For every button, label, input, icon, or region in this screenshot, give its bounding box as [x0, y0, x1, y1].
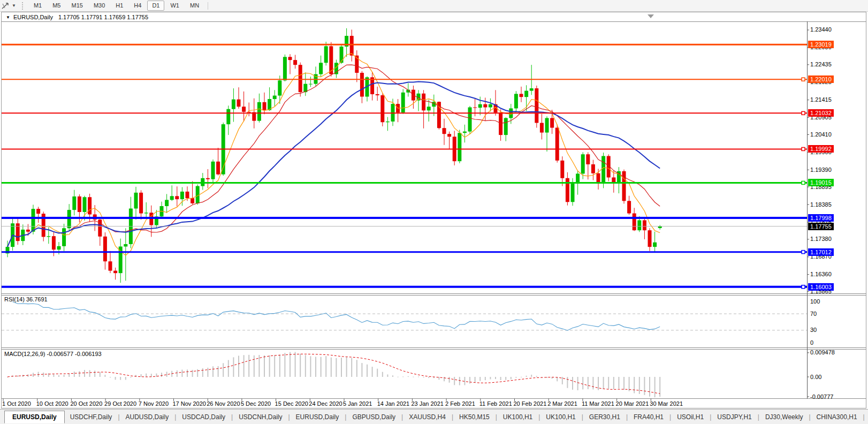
tab-eurusd-daily[interactable]: EURUSD,Daily [4, 411, 65, 423]
date-label-7: 26 Nov 2020 [207, 400, 240, 407]
date-label-19: 20 Mar 2021 [616, 400, 649, 407]
macd-tick-0.00: 0.00 [810, 374, 821, 380]
date-label-3: 20 Oct 2020 [70, 400, 102, 407]
price-line-label-1.16003[interactable]: 1.16003 [808, 283, 834, 291]
chart-tab-bar: EURUSD,DailyUSDCHF,Daily|AUDUSD,Daily|US… [0, 409, 868, 424]
timeframe-button-w1[interactable]: W1 [165, 1, 184, 11]
tab-separator: | [809, 413, 810, 421]
tab-separator: | [288, 413, 290, 421]
timeframe-button-m1[interactable]: M1 [29, 1, 47, 11]
date-label-6: 17 Nov 2020 [173, 400, 206, 407]
tab-usdcnh-daily[interactable]: USDCNH,Daily [233, 412, 287, 422]
chart-ohlc-values: 1.17705 1.17791 1.17659 1.17755 [58, 14, 148, 20]
tab-xauusd-h4[interactable]: XAUUSD,H4 [403, 412, 451, 422]
price-line-label-1.19015[interactable]: 1.19015 [808, 179, 834, 186]
timeframe-button-m5[interactable]: M5 [48, 1, 65, 11]
date-label-17: 2 Mar 2021 [547, 400, 577, 407]
chart-window [1, 12, 866, 408]
tab-separator: | [758, 413, 759, 421]
tab-separator: | [496, 413, 497, 421]
date-label-16: 20 Feb 2021 [514, 400, 547, 407]
rsi-indicator-label: RSI(14) 36.7691 [4, 296, 48, 302]
tab-separator: | [669, 413, 671, 421]
date-label-12: 14 Jan 2021 [377, 400, 410, 407]
price-tick-1.19390: 1.19390 [810, 167, 832, 173]
date-label-14: 2 Feb 2021 [445, 400, 475, 407]
date-label-8: 5 Dec 2020 [241, 400, 271, 407]
date-label-15: 11 Feb 2021 [479, 400, 512, 407]
price-line-label-1.23019[interactable]: 1.23019 [808, 41, 834, 48]
trendline-arrow-icon[interactable] [1, 2, 11, 10]
timeframe-button-m30[interactable]: M30 [89, 1, 110, 11]
date-label-2: 10 Oct 2020 [36, 400, 68, 407]
tab-separator: | [345, 413, 346, 421]
tab-usdchf-daily[interactable]: USDCHF,Daily [65, 412, 118, 422]
current-price-label: 1.17755 [808, 223, 834, 230]
tab-separator: | [863, 413, 865, 421]
price-tick-1.17380: 1.17380 [810, 236, 832, 242]
chart-symbol-title: EURUSD,Daily [13, 14, 53, 20]
price-tick-1.22435: 1.22435 [810, 62, 832, 67]
date-label-11: 5 Jan 2021 [343, 400, 372, 407]
date-label-20: 30 Mar 2021 [650, 400, 683, 407]
tab-usdjpy-h1[interactable]: USDJPY,H1 [712, 412, 757, 422]
tab-gbpusd-daily[interactable]: GBPUSD,Daily [347, 412, 401, 422]
tab-separator: | [174, 413, 176, 421]
timeframe-button-d1[interactable]: D1 [147, 1, 164, 11]
date-label-9: 15 Dec 2020 [275, 400, 308, 407]
tab-u[interactable]: U [865, 412, 868, 422]
tab-separator: | [538, 413, 540, 421]
price-tick-1.16360: 1.16360 [810, 271, 832, 277]
rsi-tick-30: 30 [810, 327, 817, 333]
timeframe-button-h4[interactable]: H4 [129, 1, 146, 11]
chart-title-bar: ▼ EURUSD,Daily 1.17705 1.17791 1.17659 1… [2, 13, 866, 21]
rsi-tick-0: 0 [810, 340, 813, 346]
price-line-label-1.21032[interactable]: 1.21032 [808, 109, 834, 117]
price-line-label-1.17998[interactable]: 1.17998 [808, 214, 834, 222]
price-tick-1.18385: 1.18385 [810, 202, 832, 208]
timeframe-buttons: M1M5M15M30H1H4D1W1MN [28, 1, 204, 11]
toolbar-grip[interactable] [22, 2, 26, 10]
tab-separator: | [626, 413, 628, 421]
rsi-tick-100: 100 [810, 299, 820, 305]
tab-separator: | [401, 413, 403, 421]
tab-separator: | [710, 413, 711, 421]
tab-separator: | [452, 413, 453, 421]
tab-separator: | [118, 413, 119, 421]
tab-hk50-m15[interactable]: HK50,M15 [454, 412, 495, 422]
tab-ger30-h1[interactable]: GER30,H1 [584, 412, 626, 422]
macd-tick-0.009478: 0.009478 [810, 350, 835, 355]
tab-fra40-h1[interactable]: FRA40,H1 [628, 412, 669, 422]
tab-uk100-h1[interactable]: UK100,H1 [498, 412, 538, 422]
tab-usoil-h1[interactable]: USOil,H1 [672, 412, 709, 422]
timeframe-button-m15[interactable]: M15 [66, 1, 87, 11]
trading-platform-screen: ▼ M1M5M15M30H1H4D1W1MN ▼ EURUSD,Daily 1.… [0, 0, 868, 424]
timeframe-toolbar: ▼ M1M5M15M30H1H4D1W1MN [0, 0, 868, 12]
date-label-4: 29 Oct 2020 [104, 400, 136, 407]
date-label-1: 1 Oct 2020 [2, 400, 31, 407]
price-line-label-1.17012[interactable]: 1.17012 [808, 248, 834, 256]
price-line-label-1.19992[interactable]: 1.19992 [808, 145, 834, 153]
timeframe-button-mn[interactable]: MN [185, 1, 204, 11]
price-tick-1.21415: 1.21415 [810, 97, 832, 103]
tab-usdcad-daily[interactable]: USDCAD,Daily [177, 412, 231, 422]
tab-uk100-h1[interactable]: UK100,H1 [540, 412, 581, 422]
tab-separator: | [231, 413, 233, 421]
timeframe-button-h1[interactable]: H1 [111, 1, 128, 11]
tab-china300-h1[interactable]: CHINA300,H1 [811, 412, 863, 422]
rsi-tick-70: 70 [810, 311, 817, 317]
price-tick-1.20410: 1.20410 [810, 132, 832, 138]
macd-tick--0.00777: -0.00777 [810, 394, 833, 400]
price-tick-1.23440: 1.23440 [810, 27, 832, 33]
date-label-13: 23 Jan 2021 [411, 400, 444, 407]
tab-separator: | [582, 413, 583, 421]
tab-audusd-daily[interactable]: AUDUSD,Daily [120, 412, 174, 422]
collapse-caret-icon[interactable]: ▼ [6, 15, 10, 20]
tool-dropdown-caret-icon[interactable]: ▼ [12, 3, 16, 8]
date-label-5: 7 Nov 2020 [139, 400, 169, 407]
date-label-18: 11 Mar 2021 [582, 400, 614, 407]
tab-dj30-weekly[interactable]: DJ30,Weekly [760, 412, 808, 422]
tab-eurusd-daily[interactable]: EURUSD,Daily [291, 412, 345, 422]
macd-indicator-label: MACD(12,26,9) -0.006577 -0.006193 [4, 351, 102, 357]
price-line-label-1.22010[interactable]: 1.22010 [808, 75, 834, 83]
